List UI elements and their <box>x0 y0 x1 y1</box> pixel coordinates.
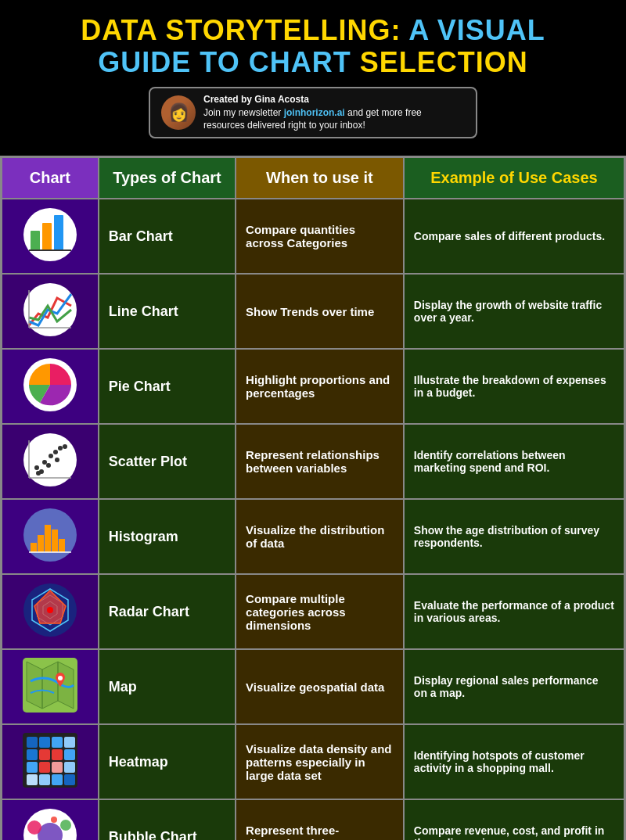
when-to-use-cell: Visualize the distribution of data <box>236 499 404 574</box>
creator-text: Created by Gina Acosta Join my newslette… <box>203 93 465 132</box>
svg-rect-24 <box>38 535 44 552</box>
header: DATA STORYTELLING: A VISUAL GUIDE TO CHA… <box>0 0 626 156</box>
chart-icon-cell <box>2 799 99 840</box>
svg-point-16 <box>49 454 53 458</box>
page-wrapper: DATA STORYTELLING: A VISUAL GUIDE TO CHA… <box>0 0 626 840</box>
svg-rect-51 <box>27 774 38 785</box>
chart-icon-cell <box>2 499 99 574</box>
chart-type-cell: Bar Chart <box>99 199 236 274</box>
svg-point-17 <box>53 450 58 454</box>
when-to-use-cell: Visualize data density and patterns espe… <box>236 724 404 799</box>
chart-icon-cell <box>2 424 99 499</box>
svg-rect-2 <box>42 223 52 250</box>
th-types: Types of Chart <box>99 157 236 199</box>
svg-point-21 <box>55 458 59 462</box>
chart-type-cell: Heatmap <box>99 724 236 799</box>
chart-type-cell: Pie Chart <box>99 349 236 424</box>
svg-rect-44 <box>39 749 50 760</box>
table-row: MapVisualize geospatial dataDisplay regi… <box>2 649 625 724</box>
when-to-use-cell: Show Trends over time <box>236 274 404 349</box>
svg-point-61 <box>51 817 57 823</box>
example-cell: Identify correlations between marketing … <box>404 424 625 499</box>
svg-rect-47 <box>27 762 38 773</box>
table-header-row: Chart Types of Chart When to use it Exam… <box>2 157 625 199</box>
svg-rect-40 <box>39 737 50 748</box>
chart-icon-cell <box>2 274 99 349</box>
chart-icon-cell <box>2 349 99 424</box>
example-cell: Evaluate the performance of a product in… <box>404 574 625 649</box>
table-row: Scatter PlotRepresent relationships betw… <box>2 424 625 499</box>
chart-icon-cell <box>2 574 99 649</box>
chart-type-cell: Map <box>99 649 236 724</box>
chart-icon-cell <box>2 724 99 799</box>
svg-point-57 <box>27 820 41 835</box>
svg-rect-42 <box>64 737 75 748</box>
svg-rect-53 <box>52 774 63 785</box>
when-to-use-cell: Highlight proportions and percentages <box>236 349 404 424</box>
th-when: When to use it <box>236 157 404 199</box>
svg-rect-46 <box>64 749 75 760</box>
svg-point-9 <box>23 433 77 486</box>
chart-icon-cell <box>2 199 99 274</box>
creator-box: 👩 Created by Gina Acosta Join my newslet… <box>149 87 477 138</box>
svg-point-12 <box>34 465 39 470</box>
svg-point-14 <box>42 460 47 465</box>
example-cell: Identifying hotspots of customer activit… <box>404 724 625 799</box>
svg-rect-39 <box>27 737 38 748</box>
example-cell: Show the age distribution of survey resp… <box>404 499 625 574</box>
svg-rect-23 <box>31 543 37 552</box>
example-cell: Compare revenue, cost, and profit in thr… <box>404 799 625 840</box>
svg-rect-43 <box>27 749 38 760</box>
when-to-use-cell: Compare quantities across Categories <box>236 199 404 274</box>
svg-rect-49 <box>52 762 63 773</box>
svg-rect-45 <box>52 749 63 760</box>
main-title: DATA STORYTELLING: A VISUAL GUIDE TO CHA… <box>16 14 610 79</box>
svg-rect-26 <box>52 529 58 552</box>
when-to-use-cell: Visualize geospatial data <box>236 649 404 724</box>
svg-rect-3 <box>54 215 63 250</box>
chart-type-cell: Line Chart <box>99 274 236 349</box>
table-row: Radar ChartCompare multiple categories a… <box>2 574 625 649</box>
svg-point-18 <box>58 446 63 451</box>
svg-point-58 <box>60 820 71 831</box>
svg-rect-48 <box>39 762 50 773</box>
svg-rect-50 <box>64 762 75 773</box>
avatar: 👩 <box>161 95 196 130</box>
svg-point-37 <box>58 676 63 680</box>
table-row: Line ChartShow Trends over timeDisplay t… <box>2 274 625 349</box>
chart-type-cell: Scatter Plot <box>99 424 236 499</box>
table-row: Bar ChartCompare quantities across Categ… <box>2 199 625 274</box>
when-to-use-cell: Compare multiple categories across dimen… <box>236 574 404 649</box>
svg-rect-1 <box>31 231 40 250</box>
when-to-use-cell: Represent relationships between variable… <box>236 424 404 499</box>
when-to-use-cell: Represent three-dimensional data <box>236 799 404 840</box>
chart-type-cell: Bubble Chart <box>99 799 236 840</box>
table-row: HeatmapVisualize data density and patter… <box>2 724 625 799</box>
table-row: Bubble ChartRepresent three-dimensional … <box>2 799 625 840</box>
example-cell: Illustrate the breakdown of expenses in … <box>404 349 625 424</box>
th-chart: Chart <box>2 157 99 199</box>
example-cell: Display regional sales performance on a … <box>404 649 625 724</box>
svg-point-20 <box>36 471 41 476</box>
svg-rect-54 <box>64 774 75 785</box>
example-cell: Compare sales of different products. <box>404 199 625 274</box>
th-example: Example of Use Cases <box>404 157 625 199</box>
table-row: HistogramVisualize the distribution of d… <box>2 499 625 574</box>
svg-rect-27 <box>59 539 65 552</box>
svg-point-19 <box>63 444 67 449</box>
svg-point-34 <box>47 607 53 613</box>
svg-rect-25 <box>45 525 51 552</box>
table-row: Pie ChartHighlight proportions and perce… <box>2 349 625 424</box>
chart-table: Chart Types of Chart When to use it Exam… <box>0 156 626 840</box>
chart-icon-cell <box>2 649 99 724</box>
chart-type-cell: Radar Chart <box>99 574 236 649</box>
svg-point-15 <box>46 463 51 468</box>
svg-rect-41 <box>52 737 63 748</box>
svg-rect-52 <box>39 774 50 785</box>
example-cell: Display the growth of website traffic ov… <box>404 274 625 349</box>
chart-type-cell: Histogram <box>99 499 236 574</box>
